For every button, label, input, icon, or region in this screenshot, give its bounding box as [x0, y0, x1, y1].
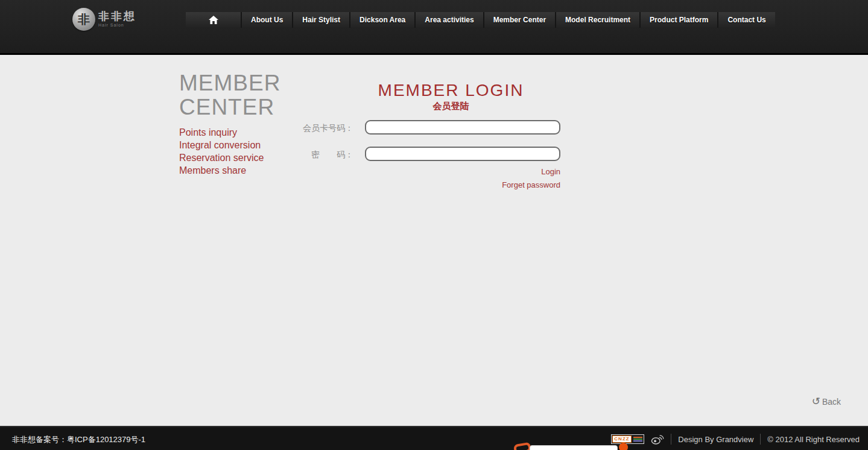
- link-reservation-service[interactable]: Reservation service: [179, 151, 264, 164]
- member-center-links: Points inquiry Integral conversion Reser…: [179, 126, 264, 177]
- home-icon: [209, 16, 218, 24]
- copyright-text: © 2012 All Right Reserved: [767, 435, 860, 444]
- member-center-title-line1: MEMBER: [179, 71, 280, 95]
- link-points-inquiry[interactable]: Points inquiry: [179, 126, 264, 139]
- cnzz-label: CNZZ: [612, 436, 631, 443]
- weibo-icon[interactable]: [651, 434, 664, 445]
- clipped-widget-dot: [619, 443, 628, 450]
- login-subtitle: 会员登陆: [341, 101, 561, 112]
- login-button[interactable]: Login: [365, 167, 560, 176]
- clipped-widget-bar: [530, 445, 618, 450]
- back-arrow-icon: ↺: [812, 396, 820, 407]
- back-label: Back: [822, 397, 841, 407]
- back-button[interactable]: ↺ Back: [812, 396, 841, 407]
- forget-password-link[interactable]: Forget password: [365, 180, 560, 189]
- link-integral-conversion[interactable]: Integral conversion: [179, 139, 264, 151]
- member-center-title-line2: CENTER: [179, 95, 274, 119]
- main-nav: About Us Hair Stylist Dickson Area Area …: [186, 12, 775, 28]
- brand-name: 非非想: [98, 11, 136, 23]
- header: 非 非非想 Hair Salon About Us Hair Stylist D…: [0, 0, 868, 55]
- nav-item-home[interactable]: [186, 12, 241, 28]
- nav-item-product-platform[interactable]: Product Platform: [641, 12, 717, 28]
- cnzz-stripes: [632, 437, 644, 442]
- footer-divider: [671, 434, 671, 445]
- card-number-label: 会员卡号码：: [300, 123, 353, 134]
- member-center-title: MEMBER CENTER: [179, 71, 280, 119]
- login-title: MEMBER LOGIN: [341, 81, 561, 100]
- nav-item-area-activities[interactable]: Area activities: [416, 12, 483, 28]
- brand-logo[interactable]: 非 非非想 Hair Salon: [72, 8, 136, 31]
- brand-logo-icon: 非: [72, 8, 95, 31]
- page: 非 非非想 Hair Salon About Us Hair Stylist D…: [0, 0, 868, 450]
- nav-item-contact-us[interactable]: Contact Us: [718, 12, 775, 28]
- password-input[interactable]: [365, 147, 560, 161]
- brand-tagline: Hair Salon: [98, 23, 136, 28]
- brand-logo-symbol: 非: [78, 11, 90, 28]
- cnzz-stats-badge[interactable]: CNZZ: [611, 434, 644, 444]
- footer-right: CNZZ Design By Grandview © 2012 All Righ…: [611, 427, 860, 450]
- footer: 非非想备案号：粤ICP备12012379号-1 CNZZ Design By G…: [0, 426, 868, 450]
- nav-item-about-us[interactable]: About Us: [242, 12, 292, 28]
- nav-item-member-center[interactable]: Member Center: [484, 12, 555, 28]
- password-label: 密 码：: [300, 150, 353, 160]
- footer-divider: [760, 434, 761, 445]
- nav-item-model-recruitment[interactable]: Model Recruitment: [556, 12, 639, 28]
- nav-item-dickson-area[interactable]: Dickson Area: [350, 12, 414, 28]
- icp-record-number: 非非想备案号：粤ICP备12012379号-1: [12, 434, 145, 445]
- card-number-input[interactable]: [365, 120, 560, 135]
- design-by-credit: Design By Grandview: [678, 435, 753, 444]
- link-members-share[interactable]: Members share: [179, 164, 264, 177]
- nav-item-hair-stylist[interactable]: Hair Stylist: [293, 12, 349, 28]
